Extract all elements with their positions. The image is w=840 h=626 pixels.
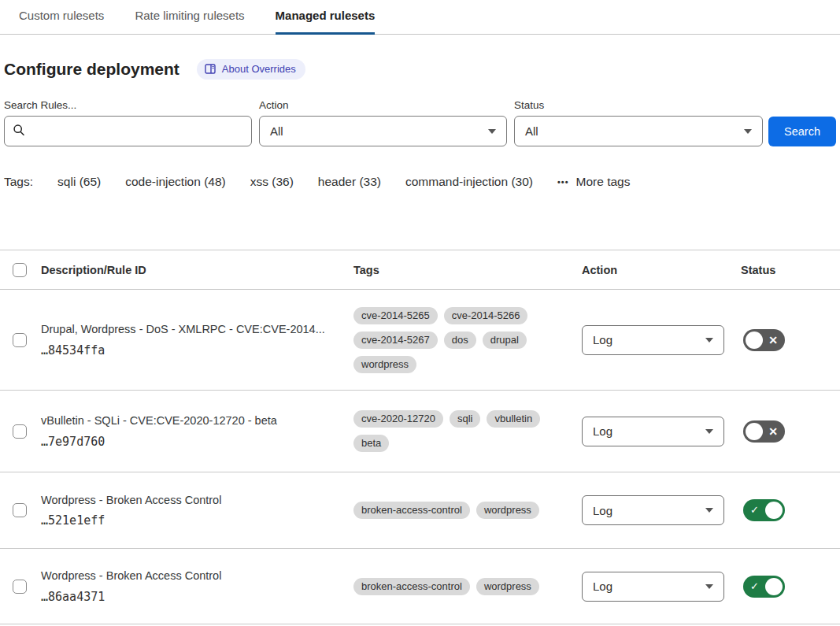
rule-tags: cve-2014-5265cve-2014-5266cve-2014-5267d…	[353, 307, 572, 373]
column-header-description: Description/Rule ID	[41, 264, 353, 276]
status-filter-field: Status All	[514, 99, 763, 146]
tab-managed-rulesets[interactable]: Managed rulesets	[276, 0, 376, 35]
about-overrides-label: About Overrides	[222, 63, 296, 75]
rule-action-value: Log	[593, 333, 612, 346]
filters-row: Search Rules... Action All Status All Se…	[4, 99, 837, 146]
table-row: Wordpress - Broken Access Control …86aa4…	[0, 549, 840, 624]
rule-tags: broken-access-controlwordpress	[353, 578, 572, 595]
status-filter-label: Status	[514, 99, 763, 111]
tag-pill: wordpress	[353, 356, 416, 373]
tag-filter-link[interactable]: command-injection (30)	[405, 175, 533, 189]
rule-description: vBulletin - SQLi - CVE:CVE-2020-12720 - …	[41, 413, 335, 428]
tag-pill: sqli	[450, 410, 481, 428]
managed-rules-table: Description/Rule ID Tags Action Status D…	[0, 250, 840, 624]
tag-pill: beta	[353, 435, 389, 452]
rule-tags: broken-access-controlwordpress	[353, 502, 572, 519]
about-overrides-badge[interactable]: About Overrides	[197, 59, 305, 80]
cross-icon: ✕	[768, 425, 778, 436]
search-rules-field: Search Rules...	[4, 99, 252, 146]
tags-bar-list: sqli (65)code-injection (48)xss (36)head…	[57, 175, 533, 189]
tag-pill: dos	[444, 332, 476, 349]
rule-action-select[interactable]: Log	[582, 417, 724, 446]
toggle-knob	[765, 578, 783, 595]
table-row: Wordpress - Broken Access Control …521e1…	[0, 472, 840, 549]
chevron-down-icon	[705, 338, 713, 343]
table-row: Drupal, Wordpress - DoS - XMLRPC - CVE:C…	[0, 290, 840, 391]
ruleset-tabs: Custom rulesets Rate limiting rulesets M…	[0, 0, 840, 35]
select-all-checkbox[interactable]	[13, 263, 27, 277]
rule-status-toggle[interactable]: ✓ ✕	[743, 576, 785, 598]
rule-status-toggle[interactable]: ✓ ✕	[743, 499, 785, 521]
chevron-down-icon	[705, 508, 713, 513]
cross-icon: ✕	[768, 334, 778, 345]
row-checkbox[interactable]	[13, 424, 27, 439]
tag-pill: wordpress	[476, 502, 539, 519]
tag-pill: drupal	[483, 332, 527, 349]
tag-pill: wordpress	[476, 578, 539, 595]
tags-bar: Tags: sqli (65)code-injection (48)xss (3…	[4, 175, 837, 189]
tag-filter-link[interactable]: code-injection (48)	[125, 175, 226, 189]
page-title: Configure deployment	[4, 60, 179, 79]
column-header-action: Action	[582, 264, 741, 276]
chevron-down-icon	[705, 584, 713, 589]
status-filter-value: All	[525, 124, 538, 138]
rule-status-toggle[interactable]: ✓ ✕	[743, 420, 785, 443]
table-row: vBulletin - SQLi - CVE:CVE-2020-12720 - …	[0, 391, 840, 472]
search-input-wrapper	[4, 116, 252, 146]
tab-custom-rulesets[interactable]: Custom rulesets	[19, 0, 104, 35]
toggle-knob	[746, 423, 763, 440]
tag-pill: cve-2020-12720	[353, 410, 443, 428]
tag-pill: cve-2014-5266	[444, 307, 528, 324]
search-rules-input[interactable]	[31, 124, 243, 138]
rule-status-toggle[interactable]: ✓ ✕	[743, 329, 785, 351]
row-checkbox[interactable]	[13, 333, 27, 347]
table-header-row: Description/Rule ID Tags Action Status	[0, 250, 840, 290]
more-tags-button[interactable]: ••• More tags	[557, 175, 630, 189]
tags-bar-label: Tags:	[4, 175, 33, 189]
more-tags-label: More tags	[576, 175, 631, 189]
search-icon	[13, 124, 25, 139]
search-rules-label: Search Rules...	[4, 99, 252, 111]
tab-rate-limiting-rulesets[interactable]: Rate limiting rulesets	[135, 0, 244, 35]
rule-action-value: Log	[593, 504, 612, 517]
rule-id: …7e97d760	[41, 435, 335, 449]
rule-id: …86aa4371	[41, 590, 335, 604]
tag-filter-link[interactable]: sqli (65)	[57, 175, 101, 189]
action-filter-field: Action All	[259, 99, 507, 146]
column-header-tags: Tags	[353, 264, 582, 276]
rule-description: Wordpress - Broken Access Control	[41, 569, 335, 583]
tag-pill: broken-access-control	[353, 502, 470, 519]
rule-description: Wordpress - Broken Access Control	[41, 493, 335, 508]
chevron-down-icon	[488, 129, 496, 134]
rule-action-select[interactable]: Log	[582, 325, 724, 355]
check-icon: ✓	[750, 505, 759, 515]
action-filter-label: Action	[259, 99, 507, 111]
chevron-down-icon	[705, 429, 713, 434]
rule-id: …521e1eff	[41, 513, 335, 528]
search-button[interactable]: Search	[768, 117, 836, 146]
tag-pill: broken-access-control	[353, 578, 470, 595]
rule-action-value: Log	[593, 580, 612, 593]
tag-pill: vbulletin	[487, 410, 540, 428]
rule-action-select[interactable]: Log	[582, 572, 724, 602]
column-header-status: Status	[741, 264, 840, 276]
status-filter-select[interactable]: All	[514, 116, 763, 146]
rule-action-select[interactable]: Log	[582, 495, 724, 525]
toggle-knob	[746, 332, 763, 349]
rule-id: …84534ffa	[41, 343, 335, 357]
row-checkbox[interactable]	[13, 503, 27, 517]
heading-row: Configure deployment About Overrides	[4, 59, 837, 80]
tag-filter-link[interactable]: header (33)	[318, 175, 381, 189]
tag-pill: cve-2014-5265	[353, 307, 438, 324]
action-filter-select[interactable]: All	[259, 116, 507, 146]
ellipsis-icon: •••	[557, 177, 569, 187]
book-icon	[205, 64, 216, 74]
rule-action-value: Log	[593, 424, 612, 438]
row-checkbox[interactable]	[13, 580, 27, 594]
chevron-down-icon	[744, 129, 752, 134]
rule-description: Drupal, Wordpress - DoS - XMLRPC - CVE:C…	[41, 322, 335, 337]
toggle-knob	[765, 502, 783, 519]
check-icon: ✓	[750, 581, 759, 591]
tag-filter-link[interactable]: xss (36)	[250, 175, 294, 189]
action-filter-value: All	[270, 124, 283, 138]
